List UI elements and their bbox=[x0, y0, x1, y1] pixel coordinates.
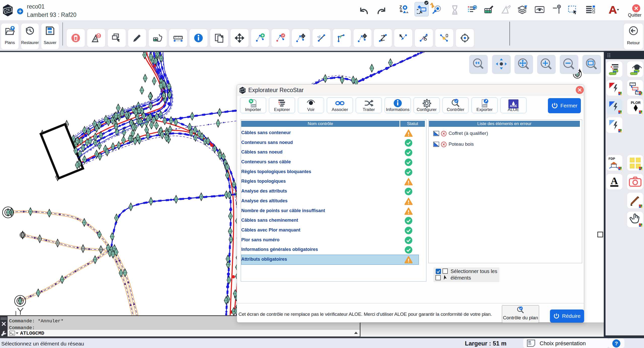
svg-text:ALOÉ: ALOÉ bbox=[510, 104, 517, 107]
svg-text:Star: Star bbox=[483, 104, 487, 107]
svg-text:A: A bbox=[611, 175, 618, 186]
svg-text:FDP: FDP bbox=[609, 157, 615, 161]
svg-text:Star: Star bbox=[252, 104, 256, 107]
svg-text:PLOR: PLOR bbox=[631, 101, 641, 105]
svg-text:?: ? bbox=[615, 340, 618, 346]
